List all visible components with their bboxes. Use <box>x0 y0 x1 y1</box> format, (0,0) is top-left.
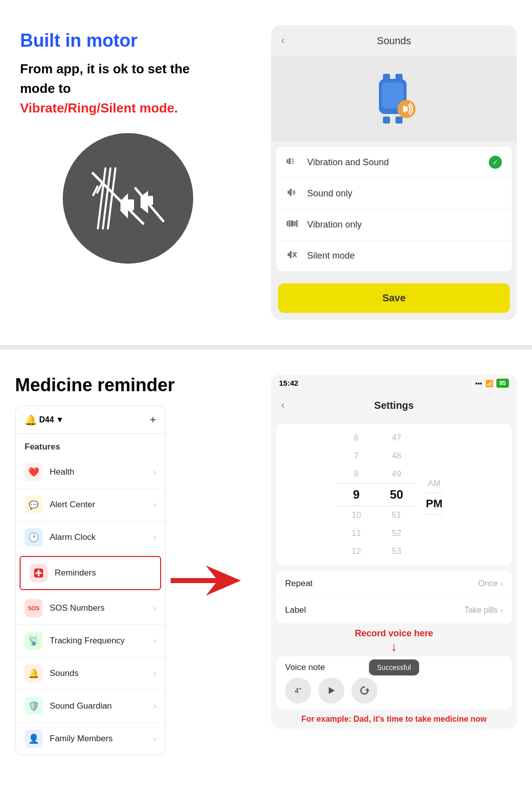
down-arrow-icon: ↓ <box>391 639 397 654</box>
time-picker[interactable]: 6 7 8 9 10 11 12 47 48 49 50 51 52 53 <box>276 424 512 565</box>
am-option[interactable]: AM <box>428 475 441 493</box>
menu-item-tracking[interactable]: 📡 Tracking Frequency › <box>16 625 165 657</box>
svg-rect-20 <box>287 159 288 163</box>
minute-column[interactable]: 47 48 49 50 51 52 53 <box>376 429 417 560</box>
vibration-only-icon <box>286 218 300 231</box>
repeat-label: Repeat <box>285 579 478 589</box>
health-chevron: › <box>154 468 156 477</box>
sound-option-sound-only[interactable]: Sound only <box>276 178 512 209</box>
status-right: ▪▪▪ 📶 95 <box>475 379 509 388</box>
hour-11: 11 <box>336 524 376 542</box>
menu-item-alert-center[interactable]: 💬 Alert Center › <box>16 489 165 521</box>
sounds-label: Sounds <box>50 668 154 678</box>
duration-badge: 4" <box>285 677 311 704</box>
dropdown-arrow: ▼ <box>56 415 64 424</box>
status-time: 15:42 <box>279 379 298 388</box>
min-50-selected: 50 <box>376 483 417 506</box>
menu-item-family[interactable]: 👤 Family Members › <box>16 723 165 755</box>
svg-rect-13 <box>383 74 390 81</box>
left-panel-top: Built in motor From app, it is ok to set… <box>0 15 256 330</box>
menu-item-alarm-clock[interactable]: 🕐 Alarm Clock › <box>16 521 165 554</box>
svg-rect-30 <box>296 220 298 227</box>
settings-phone-screen: 15:42 ▪▪▪ 📶 95 ‹ Settings 6 7 8 9 <box>271 375 517 729</box>
sos-label: SOS Numbers <box>50 603 154 613</box>
voice-note-area: Voice note Successful 4" <box>276 656 512 710</box>
svg-rect-15 <box>383 117 390 124</box>
hour-column[interactable]: 6 7 8 9 10 11 12 <box>336 429 376 560</box>
built-in-title: Built in motor <box>20 30 236 51</box>
svg-line-22 <box>292 159 294 160</box>
svg-marker-40 <box>329 687 335 694</box>
menu-item-health[interactable]: ❤️ Health › <box>16 456 165 489</box>
family-chevron: › <box>154 734 156 743</box>
sound-option-vibration-sound[interactable]: Vibration and Sound ✓ <box>276 147 512 178</box>
label-row[interactable]: Label Take pills › <box>276 597 512 623</box>
repeat-row[interactable]: Repeat Once › <box>276 571 512 597</box>
svg-rect-5 <box>128 199 134 210</box>
sos-icon: SOS <box>25 599 43 617</box>
menu-item-sounds[interactable]: 🔔 Sounds › <box>16 657 165 690</box>
sound-option-silent-mode[interactable]: Silent mode <box>276 241 512 271</box>
voice-note-controls: Successful 4" <box>285 677 503 704</box>
repeat-value: Once <box>478 579 497 588</box>
watch-icon-container <box>271 56 517 142</box>
record-annotation: Record voice here ↓ <box>276 628 512 654</box>
sos-chevron: › <box>154 604 156 613</box>
right-panel-sounds: ‹ Sounds <box>256 15 532 330</box>
svg-marker-39 <box>171 565 241 596</box>
ampm-column[interactable]: AM PM <box>417 475 452 515</box>
alert-center-icon: 💬 <box>25 496 43 514</box>
svg-marker-25 <box>288 191 290 194</box>
wifi-icon: 📶 <box>485 380 493 387</box>
reset-button[interactable] <box>351 677 377 704</box>
menu-item-sos[interactable]: SOS SOS Numbers › <box>16 592 165 625</box>
vibration-only-label: Vibration only <box>307 219 502 230</box>
successful-badge: Successful <box>369 659 419 675</box>
family-icon: 👤 <box>25 730 43 748</box>
silent-mode-label: Silent mode <box>307 251 502 261</box>
sound-guardian-icon: 🛡️ <box>25 697 43 715</box>
menu-item-sound-guardian[interactable]: 🛡️ Sound Guardian › <box>16 690 165 723</box>
min-52: 52 <box>376 524 417 542</box>
alarm-clock-icon: 🕐 <box>25 528 43 546</box>
alert-center-label: Alert Center <box>50 500 154 510</box>
label-chevron: › <box>500 606 503 614</box>
mode-svg <box>78 148 178 249</box>
pm-option-selected[interactable]: PM <box>426 493 443 515</box>
reminders-icon <box>30 564 48 582</box>
signal-icon: ▪▪▪ <box>475 380 482 387</box>
hour-10: 10 <box>336 506 376 524</box>
svg-marker-21 <box>289 158 291 164</box>
svg-rect-28 <box>289 220 290 227</box>
watch-icon <box>369 71 419 127</box>
bottom-section: Medicine reminder 🔔 D44 ▼ + Features ❤️ … <box>0 350 532 780</box>
menu-item-reminders-wrapper: Reminders <box>20 556 161 590</box>
min-47: 47 <box>376 429 417 447</box>
play-button[interactable] <box>318 677 344 704</box>
settings-rows: Repeat Once › Label Take pills › <box>276 571 512 623</box>
settings-back-button[interactable]: ‹ <box>281 399 285 412</box>
sounds-back-button[interactable]: ‹ <box>281 34 285 47</box>
save-button[interactable]: Save <box>278 283 510 313</box>
red-arrow-container <box>166 565 241 596</box>
label-value: Take pills <box>465 606 498 615</box>
hour-8: 8 <box>336 465 376 483</box>
features-header: Features <box>16 434 165 456</box>
sound-option-vibration-only[interactable]: Vibration only <box>276 209 512 241</box>
sound-only-label: Sound only <box>307 188 502 199</box>
menu-item-reminders[interactable]: Reminders <box>21 557 160 589</box>
section-divider <box>0 346 532 350</box>
battery-badge: 95 <box>496 379 509 388</box>
record-voice-label: Record voice here <box>355 628 433 638</box>
vibration-sound-icon <box>286 156 300 169</box>
status-bar: 15:42 ▪▪▪ 📶 95 <box>271 375 517 392</box>
alarm-clock-chevron: › <box>154 533 156 542</box>
svg-marker-4 <box>120 193 128 218</box>
add-button[interactable]: + <box>150 413 156 426</box>
tracking-label: Tracking Frequency <box>50 636 154 646</box>
svg-rect-19 <box>405 106 408 111</box>
sound-options-list: Vibration and Sound ✓ Sound only Vibrati… <box>276 147 512 271</box>
svg-marker-26 <box>290 188 292 196</box>
sounds-screen-header: ‹ Sounds <box>271 25 517 56</box>
medicine-reminder-title: Medicine reminder <box>15 375 241 396</box>
